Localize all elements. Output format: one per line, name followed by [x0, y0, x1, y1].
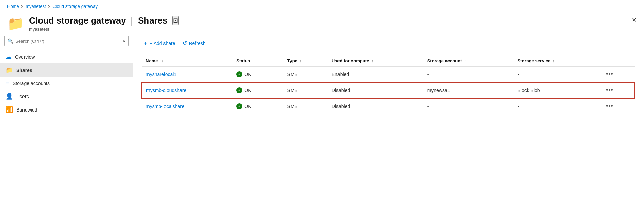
status-cell: ✓ OK — [236, 103, 279, 109]
cell-more: ••• — [600, 82, 635, 98]
status-label: OK — [244, 88, 251, 93]
ok-icon: ✓ — [236, 71, 242, 77]
sidebar-item-bandwidth[interactable]: 📶 Bandwidth — [0, 103, 133, 116]
section-name: Shares — [138, 15, 168, 26]
add-share-label: + Add share — [150, 41, 175, 46]
search-bar: 🔍 « — [4, 36, 129, 46]
col-compute: Used for compute ↑↓ — [328, 55, 423, 67]
cell-compute: Disabled — [328, 98, 423, 114]
ok-icon: ✓ — [236, 103, 242, 109]
cell-name: mysharelocal1 — [142, 67, 232, 83]
cell-more: ••• — [600, 67, 635, 83]
bandwidth-icon: 📶 — [6, 106, 13, 113]
cell-name: mysmb-cloudshare — [142, 82, 232, 98]
status-label: OK — [244, 104, 251, 109]
sidebar: 🔍 « ☁ Overview 📁 Shares ≡ Storage accoun… — [0, 33, 133, 206]
storage-accounts-icon: ≡ — [6, 80, 9, 87]
breadcrumb-myasetest[interactable]: myasetest — [26, 4, 46, 9]
sort-icon-storage[interactable]: ↑↓ — [464, 59, 468, 63]
app-container: Home > myasetest > Cloud storage gateway… — [0, 0, 644, 206]
sidebar-item-overview[interactable]: ☁ Overview — [0, 50, 133, 63]
resource-icon: 📁 — [7, 17, 24, 30]
col-type: Type ↑↓ — [283, 55, 328, 67]
content-area: + + Add share ↺ Refresh Name ↑↓ — [133, 33, 644, 206]
page-title: Cloud storage gateway | Shares ⊡ — [29, 15, 179, 26]
status-cell: ✓ OK — [236, 71, 279, 77]
col-status: Status ↑↓ — [232, 55, 283, 67]
cell-type: SMB — [283, 82, 328, 98]
cell-storage-account: - — [423, 67, 514, 83]
title-divider: | — [131, 15, 133, 26]
collapse-button[interactable]: « — [123, 38, 126, 44]
cell-status: ✓ OK — [232, 98, 283, 114]
col-name: Name ↑↓ — [142, 55, 232, 67]
page-header: 📁 Cloud storage gateway | Shares ⊡ myase… — [0, 12, 644, 33]
pin-button[interactable]: ⊡ — [172, 16, 179, 25]
breadcrumb-home[interactable]: Home — [7, 4, 19, 9]
table-header-row: Name ↑↓ Status ↑↓ Type ↑↓ Used for com — [142, 55, 635, 67]
table-row[interactable]: mysmb-localshare ✓ OK SMB Disabled - - •… — [142, 98, 635, 114]
overview-label: Overview — [15, 54, 35, 60]
table-row[interactable]: mysmb-cloudshare ✓ OK SMB Disabled mynew… — [142, 82, 635, 98]
shares-label: Shares — [16, 68, 32, 73]
sidebar-item-shares[interactable]: 📁 Shares — [0, 63, 133, 77]
breadcrumb: Home > myasetest > Cloud storage gateway — [0, 0, 644, 12]
cell-more: ••• — [600, 98, 635, 114]
cell-storage-account: - — [423, 98, 514, 114]
storage-accounts-label: Storage accounts — [13, 80, 50, 86]
more-options-button[interactable]: ••• — [604, 86, 615, 94]
sort-icon-status[interactable]: ↑↓ — [252, 59, 256, 63]
search-input[interactable] — [15, 39, 121, 44]
col-storage-service: Storage service ↑↓ — [513, 55, 600, 67]
cell-type: SMB — [283, 67, 328, 83]
refresh-icon: ↺ — [183, 40, 187, 46]
cell-status: ✓ OK — [232, 82, 283, 98]
breadcrumb-sep1: > — [21, 4, 24, 9]
sidebar-item-storage-accounts[interactable]: ≡ Storage accounts — [0, 77, 133, 90]
breadcrumb-current: Cloud storage gateway — [52, 4, 98, 9]
cell-storage-service: - — [513, 67, 600, 83]
close-button[interactable]: ✕ — [632, 16, 637, 24]
cell-storage-service: - — [513, 98, 600, 114]
resource-name: Cloud storage gateway — [29, 15, 126, 26]
shares-icon: 📁 — [6, 67, 13, 74]
col-actions — [600, 55, 635, 67]
users-icon: 👤 — [6, 93, 13, 100]
breadcrumb-sep2: > — [48, 4, 51, 9]
cell-type: SMB — [283, 98, 328, 114]
sort-icon-type[interactable]: ↑↓ — [300, 59, 303, 63]
sidebar-item-users[interactable]: 👤 Users — [0, 90, 133, 103]
cell-status: ✓ OK — [232, 67, 283, 83]
resource-subtitle: myasetest — [29, 27, 179, 32]
users-label: Users — [16, 94, 29, 99]
sort-icon-compute[interactable]: ↑↓ — [372, 59, 375, 63]
sort-icon-service[interactable]: ↑↓ — [553, 59, 556, 63]
status-cell: ✓ OK — [236, 87, 279, 93]
shares-table: Name ↑↓ Status ↑↓ Type ↑↓ Used for com — [141, 55, 635, 114]
toolbar: + + Add share ↺ Refresh — [141, 33, 635, 53]
cell-compute: Disabled — [328, 82, 423, 98]
cell-compute: Enabled — [328, 67, 423, 83]
add-icon: + — [144, 40, 147, 46]
main-layout: 🔍 « ☁ Overview 📁 Shares ≡ Storage accoun… — [0, 33, 644, 206]
cell-storage-service: Block Blob — [513, 82, 600, 98]
header-title-block: Cloud storage gateway | Shares ⊡ myasete… — [29, 15, 179, 32]
ok-icon: ✓ — [236, 87, 242, 93]
search-icon: 🔍 — [7, 38, 13, 44]
bandwidth-label: Bandwidth — [16, 107, 38, 113]
table-row[interactable]: mysharelocal1 ✓ OK SMB Enabled - - ••• — [142, 67, 635, 83]
more-options-button[interactable]: ••• — [604, 102, 615, 111]
sort-icon-name[interactable]: ↑↓ — [160, 59, 163, 63]
refresh-label: Refresh — [189, 41, 205, 46]
refresh-button[interactable]: ↺ Refresh — [180, 39, 208, 48]
cell-storage-account: mynewsa1 — [423, 82, 514, 98]
cell-name: mysmb-localshare — [142, 98, 232, 114]
add-share-button[interactable]: + + Add share — [141, 39, 178, 48]
status-label: OK — [244, 72, 251, 77]
more-options-button[interactable]: ••• — [604, 70, 615, 78]
col-storage-account: Storage account ↑↓ — [423, 55, 514, 67]
overview-icon: ☁ — [6, 53, 12, 60]
